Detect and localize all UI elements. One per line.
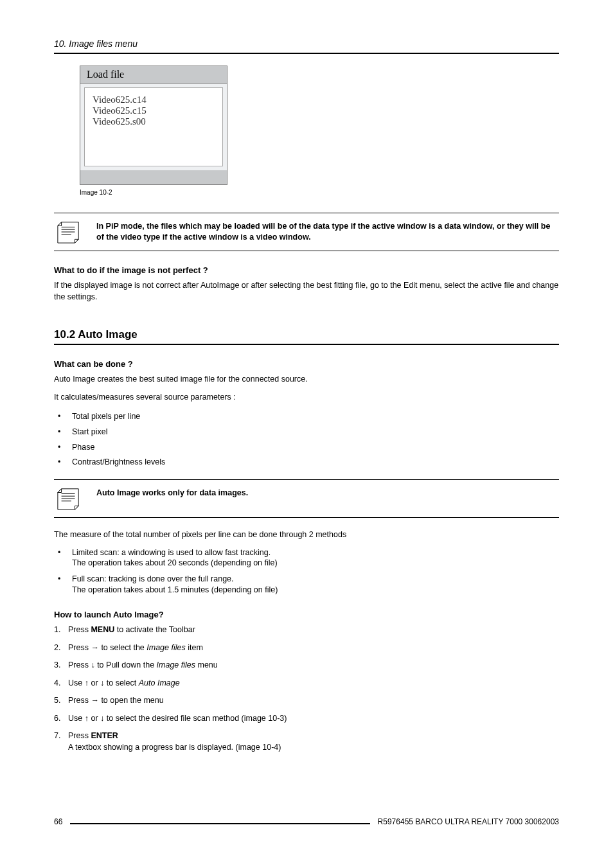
- loadfile-item: Video625.c14: [93, 94, 215, 105]
- svg-marker-9: [75, 506, 79, 509]
- list-item: Contrast/Brightness levels: [72, 455, 559, 470]
- footer-rule: [70, 823, 369, 824]
- note-row: Auto Image works only for data images.: [54, 486, 559, 511]
- note-row: In PiP mode, the files which may be load…: [54, 220, 559, 244]
- note-text: In PiP mode, the files which may be load…: [96, 220, 556, 243]
- list-item: Full scan: tracking is done over the ful…: [72, 574, 559, 596]
- step-item: 4. Use ↑ or ↓ to select Auto Image: [54, 678, 559, 689]
- body-text: Auto Image creates the best suited image…: [54, 374, 559, 385]
- note-block: In PiP mode, the files which may be load…: [54, 213, 559, 251]
- loadfile-footer: [80, 170, 227, 184]
- step-text: Use ↑ or ↓ to select: [68, 678, 139, 687]
- svg-marker-1: [58, 222, 62, 226]
- step-text: Press ↓ to Pull down the: [68, 660, 157, 669]
- step-item: 1. Press MENU to activate the Toolbar: [54, 624, 559, 636]
- note-text: Auto Image works only for data images.: [96, 486, 248, 499]
- step-text: Use ↑ or ↓ to select the desired file sc…: [68, 714, 287, 723]
- body-text: It calculates/measures several source pa…: [54, 392, 559, 403]
- footer-page-number: 66: [54, 817, 62, 826]
- list-line: The operation takes about 20 seconds (de…: [72, 558, 278, 567]
- step-italic: Auto Image: [139, 678, 180, 687]
- ordered-steps: 1. Press MENU to activate the Toolbar 2.…: [54, 624, 559, 753]
- note-block: Auto Image works only for data images.: [54, 479, 559, 518]
- bullet-list: Total pixels per line Start pixel Phase …: [54, 409, 559, 470]
- step-text: menu: [195, 660, 218, 669]
- header-rule: [54, 53, 559, 54]
- image-caption: Image 10-2: [80, 189, 559, 196]
- note-icon: [57, 486, 81, 511]
- note-rule-bottom: [54, 251, 559, 251]
- note-rule-top: [54, 213, 559, 213]
- step-bold: MENU: [91, 625, 114, 634]
- page-footer: 66 R5976455 BARCO ULTRA REALITY 7000 300…: [54, 817, 559, 826]
- step-text: Press → to select the: [68, 643, 147, 652]
- step-italic: Image files: [157, 660, 195, 669]
- chapter-header: 10. Image files menu: [54, 39, 559, 49]
- section-title: 10.2 Auto Image: [54, 328, 559, 341]
- step-bold: ENTER: [91, 731, 118, 740]
- step-item: 3. Press ↓ to Pull down the Image files …: [54, 660, 559, 671]
- svg-marker-8: [58, 489, 62, 493]
- loadfile-dialog: Load file Video625.c14 Video625.c15 Vide…: [80, 66, 227, 185]
- step-item: 2. Press → to select the Image files ite…: [54, 642, 559, 654]
- list-item: Total pixels per line: [72, 409, 559, 425]
- svg-marker-2: [75, 239, 79, 243]
- loadfile-title: Load file: [80, 66, 227, 84]
- list-item: Limited scan: a windowing is used to all…: [72, 547, 559, 569]
- footer-text: R5976455 BARCO ULTRA REALITY 7000 300620…: [378, 817, 559, 826]
- loadfile-item: Video625.s00: [93, 116, 215, 127]
- note-icon: [57, 220, 81, 244]
- list-line: The operation takes about 1.5 minutes (d…: [72, 585, 278, 594]
- step-item: 5. Press → to open the menu: [54, 695, 559, 707]
- step-text: item: [186, 643, 203, 652]
- note-rule-top: [54, 479, 559, 480]
- step-italic: Image files: [147, 643, 185, 652]
- step-text: A textbox showing a progress bar is disp…: [68, 743, 281, 752]
- subheading: What can be done ?: [54, 359, 559, 369]
- list-item: Start pixel: [72, 425, 559, 440]
- subheading: What to do if the image is not perfect ?: [54, 265, 559, 275]
- loadfile-item: Video625.c15: [93, 105, 215, 116]
- step-text: Press → to open the menu: [68, 696, 164, 705]
- bullet-list: Limited scan: a windowing is used to all…: [54, 547, 559, 596]
- loadfile-body: Video625.c14 Video625.c15 Video625.s00: [80, 84, 227, 170]
- step-text: Press: [68, 731, 91, 740]
- note-rule-bottom: [54, 517, 559, 518]
- subheading: How to launch Auto Image?: [54, 610, 559, 619]
- list-item: Phase: [72, 440, 559, 456]
- step-item: 7. Press ENTER A textbox showing a progr…: [54, 731, 559, 753]
- list-line: Limited scan: a windowing is used to all…: [72, 548, 271, 557]
- step-text: Press: [68, 625, 91, 634]
- body-text: The measure of the total number of pixel…: [54, 529, 559, 541]
- list-line: Full scan: tracking is done over the ful…: [72, 574, 234, 583]
- step-text: to activate the Toolbar: [114, 625, 195, 634]
- step-item: 6. Use ↑ or ↓ to select the desired file…: [54, 713, 559, 725]
- body-text: If the displayed image is not correct af…: [54, 280, 559, 303]
- section-rule: [54, 344, 559, 345]
- loadfile-list: Video625.c14 Video625.c15 Video625.s00: [84, 87, 223, 166]
- page-container: 10. Image files menu Load file Video625.…: [0, 0, 613, 846]
